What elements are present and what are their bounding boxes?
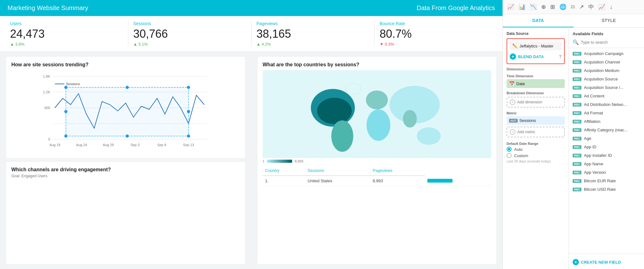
field-item[interactable]: RBC Acquisition Source /... [569, 83, 644, 92]
toolbar-icon-bullet[interactable]: ↗ [579, 3, 585, 11]
plus-circle-metric-icon: + [510, 129, 515, 135]
datasource-item[interactable]: ✏️ Jeffalytics - Master [510, 41, 562, 50]
field-item[interactable]: RBC Acquisition Campaign [569, 49, 644, 58]
search-icon: 🔍 [573, 39, 579, 45]
tab-style[interactable]: STYLE [574, 14, 644, 27]
metric-bounce-rate: Bounce Rate 80.7% ▼ 0.3% [380, 21, 492, 47]
dimension-date-value: Date [516, 81, 525, 86]
toolbar-icon-more[interactable]: ↓ [609, 3, 613, 11]
toolbar-icon-map[interactable]: 🌐 [559, 3, 567, 11]
metric-sessions-value: 30,766 [133, 27, 246, 41]
field-item[interactable]: RBC App ID [569, 143, 644, 151]
field-item[interactable]: RBC Acquisition Source [569, 75, 644, 83]
legend-min: 1 [263, 159, 264, 163]
fields-list: RBC Acquisition Campaign RBC Acquisition… [569, 48, 644, 254]
metric-sessions-change: ▲ 5.1% [133, 42, 246, 47]
field-item[interactable]: RBC Affiliation [569, 117, 644, 126]
svg-text:600: 600 [44, 106, 50, 110]
svg-text:Aug 29: Aug 29 [103, 143, 114, 147]
dimension-item-date[interactable]: 📅 Date [507, 79, 565, 88]
field-item[interactable]: RBC Bitcoin USD Rate [569, 185, 644, 194]
available-fields-header: Available Fields [569, 28, 644, 38]
svg-text:Aug 19: Aug 19 [49, 143, 60, 147]
field-item[interactable]: RBC Ad Format [569, 109, 644, 117]
field-item[interactable]: RBC Acquisition Medium [569, 66, 644, 75]
rbc-badge: RBC [573, 86, 581, 90]
metrics-row: Users 24,473 ▲ 3.8% Sessions 30,766 ▲ 5.… [0, 16, 502, 52]
svg-rect-17 [66, 87, 189, 136]
blend-btn[interactable]: + BLEND DATA ? [510, 52, 562, 61]
table-header-country: Country [263, 166, 305, 176]
field-name: App Version [584, 170, 606, 175]
field-item[interactable]: RBC Affinity Category (reac... [569, 126, 644, 134]
field-item[interactable]: RBC App Version [569, 168, 644, 177]
toolbar-icon-scorecard[interactable]: 21 [570, 4, 575, 10]
radio-auto[interactable]: Auto [507, 147, 565, 152]
help-icon[interactable]: ? [559, 54, 562, 59]
field-item[interactable]: RBC Ad Distribution Netwo... [569, 100, 644, 109]
blend-label: BLEND DATA [518, 54, 544, 59]
metric-sessions-config[interactable]: AUT Sessions [507, 116, 565, 125]
svg-text:Sep 13: Sep 13 [183, 143, 194, 147]
charts-left: How are site sessions trending? 1.8K 1.2… [0, 52, 251, 269]
create-new-field-btn[interactable]: + CREATE NEW FIELD [573, 256, 640, 266]
bar-cell [427, 179, 489, 183]
dashboard-content: How are site sessions trending? 1.8K 1.2… [0, 52, 502, 269]
line-chart-svg: 1.8K 1.2K 600 0 Sessions Aug 19 Aug 24 A… [11, 70, 240, 152]
field-item[interactable]: RBC App Installer ID [569, 151, 644, 160]
rbc-badge: RBC [573, 77, 581, 81]
breakdown-label: Breakdown Dimension [507, 91, 565, 95]
table-row: 1. United States 8,993 [263, 176, 491, 186]
channels-chart-section: Which channels are driving engagement? G… [6, 162, 245, 264]
field-name: Age [584, 136, 591, 141]
metric-pageviews: Pageviews 38,165 ▲ 4.2% [257, 21, 369, 47]
svg-point-24 [64, 110, 68, 113]
data-source-section-title: Data Source [507, 31, 565, 36]
add-metric-btn[interactable]: + Add metric [507, 127, 565, 137]
metric-sessions: Sessions 30,766 ▲ 5.1% [133, 21, 246, 47]
table-cell-country: United States [305, 176, 370, 186]
toolbar-icon-scatter[interactable]: 📈 [598, 3, 606, 11]
field-item[interactable]: RBC App Name [569, 160, 644, 168]
search-input[interactable] [581, 40, 640, 45]
table-cell-sessions: 8,993 [370, 176, 425, 186]
rbc-badge: RBC [573, 145, 581, 149]
radio-custom[interactable]: Custom [507, 153, 565, 158]
legend-max: 8,993 [295, 159, 303, 163]
svg-text:1.2K: 1.2K [43, 90, 50, 94]
field-name: Affiliation [584, 119, 601, 124]
radio-custom-circle [507, 153, 512, 158]
search-box: 🔍 [569, 38, 644, 48]
field-item[interactable]: RBC Bitcoin EUR Rate [569, 177, 644, 185]
line-chart-container[interactable]: 1.8K 1.2K 600 0 Sessions Aug 19 Aug 24 A… [11, 70, 240, 153]
field-name: Ad Format [584, 111, 603, 115]
aut-badge: AUT [509, 119, 518, 123]
create-field-label: CREATE NEW FIELD [581, 260, 621, 265]
dashboard: Marketing Website Summary Data From Goog… [0, 0, 502, 269]
svg-text:Sessions: Sessions [66, 82, 80, 86]
field-name: App Name [584, 162, 603, 166]
svg-point-28 [317, 98, 352, 124]
right-panel: 📈 📊 📉 ⊕ ⊞ 🌐 21 ↗ 中 📈 ↓ DATA STYLE Data S… [502, 0, 644, 269]
toolbar-icon-pie[interactable]: ⊕ [541, 3, 547, 11]
svg-text:Aug 24: Aug 24 [76, 143, 87, 147]
toolbar-icon-chinese[interactable]: 中 [588, 3, 595, 11]
toolbar-icon-area[interactable]: 📉 [529, 3, 537, 11]
field-item[interactable]: RBC Age [569, 134, 644, 143]
create-field-area: + CREATE NEW FIELD [569, 254, 644, 269]
radio-custom-label: Custom [514, 153, 528, 158]
field-item[interactable]: RBC Acquisition Channel [569, 58, 644, 66]
tab-data[interactable]: DATA [503, 14, 574, 27]
legend-gradient [267, 160, 292, 163]
toolbar-icon-bar[interactable]: 📊 [518, 3, 526, 11]
field-name: Affinity Category (reac... [584, 128, 628, 132]
field-item[interactable]: RBC Ad Content [569, 92, 644, 100]
metric-users: Users 24,473 ▲ 3.8% [10, 21, 123, 47]
svg-point-20 [64, 134, 68, 138]
toolbar-icon-line[interactable]: 📈 [507, 3, 515, 11]
add-dimension-btn[interactable]: + Add dimension [507, 97, 565, 107]
map-legend: 1 8,993 [263, 159, 491, 163]
toolbar-icon-table[interactable]: ⊞ [550, 3, 556, 11]
metric-bounce-label: Bounce Rate [380, 21, 492, 26]
table-header-sessions: Sessions [305, 166, 370, 176]
